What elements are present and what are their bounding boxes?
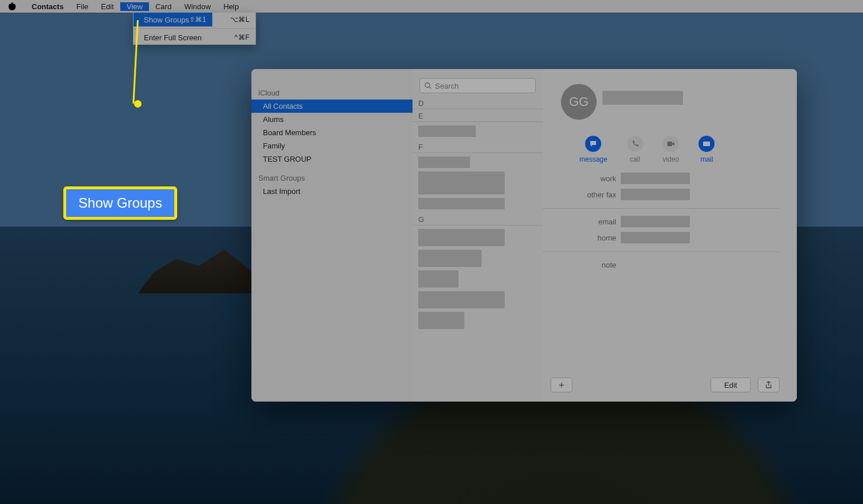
contacts-window: iCloud All Contacts Alums Board Members … xyxy=(251,69,797,402)
list-section-e: E xyxy=(413,109,543,122)
redacted-value xyxy=(621,189,690,200)
field-label-note: note xyxy=(543,261,621,269)
edit-button[interactable]: Edit xyxy=(711,377,751,392)
video-icon xyxy=(663,136,679,152)
redacted-contact[interactable] xyxy=(418,270,459,288)
redacted-value xyxy=(621,173,690,184)
share-icon xyxy=(765,381,773,389)
menu-app-name[interactable]: Contacts xyxy=(25,2,70,11)
action-label: video xyxy=(663,155,679,163)
field-label-work: work xyxy=(543,174,621,183)
add-contact-button[interactable]: ＋ xyxy=(551,377,572,392)
menu-item-shortcut: ⇧⌘1 xyxy=(189,16,207,24)
redacted-name xyxy=(602,91,683,105)
menu-window[interactable]: Window xyxy=(178,2,217,11)
field-label-home: home xyxy=(543,234,621,242)
redacted-contact[interactable] xyxy=(418,171,505,194)
redacted-contact[interactable] xyxy=(418,198,505,209)
avatar[interactable]: GG xyxy=(561,84,597,120)
callout-dot xyxy=(134,100,142,108)
redacted-contact[interactable] xyxy=(418,291,505,308)
svg-rect-2 xyxy=(667,142,672,146)
redacted-contact[interactable] xyxy=(418,250,482,267)
field-label-other-fax: other fax xyxy=(543,190,621,199)
menu-item-show-groups[interactable]: Show Groups ⇧⌘1 xyxy=(133,13,212,26)
menu-item-shortcut: ⌥⌘L xyxy=(230,16,250,24)
contacts-list-column: Search D E F G xyxy=(413,69,543,402)
redacted-contact[interactable] xyxy=(418,229,505,246)
search-placeholder: Search xyxy=(435,82,459,90)
redacted-contact[interactable] xyxy=(418,312,464,329)
sidebar-item-family[interactable]: Family xyxy=(251,139,413,152)
action-mail[interactable]: mail xyxy=(698,136,715,163)
menu-edit[interactable]: Edit xyxy=(95,2,120,11)
action-call[interactable]: call xyxy=(627,136,643,163)
list-section-g: G xyxy=(413,213,543,226)
redacted-contact[interactable] xyxy=(418,156,470,168)
menu-separator xyxy=(133,28,255,29)
field-label-email: email xyxy=(543,217,621,226)
menu-file[interactable]: File xyxy=(70,2,95,11)
mail-icon xyxy=(698,136,715,152)
mountain-shape xyxy=(138,247,265,293)
menu-item-label: Enter Full Screen xyxy=(144,33,201,42)
list-section-f: F xyxy=(413,140,543,153)
menu-view[interactable]: View xyxy=(120,2,149,11)
sidebar-item-alums[interactable]: Alums xyxy=(251,113,413,126)
menu-item-shortcut: ^⌘F xyxy=(235,33,250,41)
sidebar-item-last-import[interactable]: Last Import xyxy=(251,185,413,198)
search-field[interactable]: Search xyxy=(419,78,536,93)
redacted-value xyxy=(621,216,690,227)
redacted-value xyxy=(621,232,690,243)
sidebar-section-icloud: iCloud xyxy=(251,86,413,100)
action-label: message xyxy=(579,155,608,163)
contact-card-panel: GG messagecallvideomail work other fax e… xyxy=(543,69,797,402)
list-section-d: D xyxy=(413,97,543,109)
sidebar-item-board-members[interactable]: Board Members xyxy=(251,126,413,139)
redacted-contact[interactable] xyxy=(418,125,476,137)
menu-item-enter-full-screen[interactable]: Enter Full Screen ^⌘F xyxy=(133,30,255,44)
share-button[interactable] xyxy=(758,377,780,392)
menu-item-label: Show Groups xyxy=(144,16,189,24)
svg-point-0 xyxy=(425,83,430,87)
menu-help[interactable]: Help xyxy=(217,2,245,11)
callout-label: Show Groups xyxy=(63,186,177,220)
svg-rect-3 xyxy=(703,142,710,146)
apple-menu-icon[interactable] xyxy=(8,2,16,10)
action-label: mail xyxy=(700,155,713,163)
groups-sidebar: iCloud All Contacts Alums Board Members … xyxy=(251,69,413,402)
action-label: call xyxy=(630,155,640,163)
view-menu-dropdown: Show Groups ⇧⌘1 Hide Last Import ⌥⌘L Ent… xyxy=(133,13,256,45)
phone-icon xyxy=(627,136,643,152)
sidebar-item-test-group[interactable]: TEST GROUP xyxy=(251,152,413,166)
menu-card[interactable]: Card xyxy=(149,2,178,11)
sidebar-item-all-contacts[interactable]: All Contacts xyxy=(251,100,413,113)
chat-icon xyxy=(585,136,601,152)
svg-line-1 xyxy=(429,87,431,89)
menu-bar: Contacts File Edit View Card Window Help xyxy=(0,0,863,13)
action-video[interactable]: video xyxy=(663,136,679,163)
sidebar-section-smart-groups: Smart Groups xyxy=(251,171,413,185)
action-message[interactable]: message xyxy=(579,136,608,163)
search-icon xyxy=(425,82,432,89)
